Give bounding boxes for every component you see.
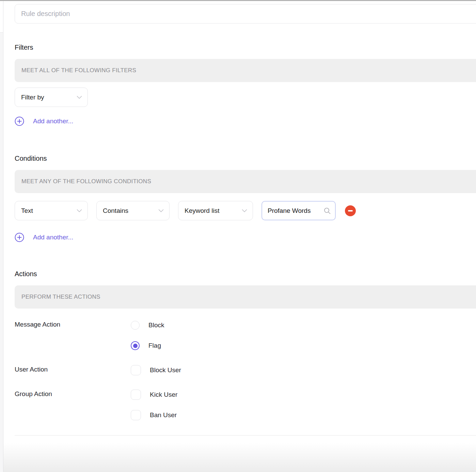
message-action-options: Block Flag: [131, 318, 164, 352]
condition-field-select[interactable]: Text: [15, 201, 88, 220]
remove-condition-button[interactable]: [345, 205, 356, 216]
filters-heading: Filters: [15, 43, 476, 51]
conditions-section-bar: MEET ANY OF THE FOLLOWING CONDITIONS: [15, 170, 476, 193]
condition-value-search-input[interactable]: Profane Words: [261, 201, 336, 220]
condition-value-text: Profane Words: [268, 207, 311, 215]
top-toolbar-edge: [0, 0, 476, 1]
filter-by-select[interactable]: Filter by: [15, 88, 88, 107]
user-action-option-block-user-label: Block User: [150, 366, 181, 374]
user-action-option-block-user[interactable]: Block User: [131, 363, 181, 377]
checkbox-unchecked-icon[interactable]: [131, 390, 141, 400]
condition-row: Text Contains Keyword list: [15, 201, 476, 220]
chevron-down-icon: [242, 209, 247, 213]
radio-dot: [133, 344, 138, 348]
group-action-row: Group Action Kick User Ban User: [15, 388, 476, 422]
actions-section-bar: PERFORM THESE ACTIONS: [15, 285, 476, 309]
group-action-option-ban-user[interactable]: Ban User: [131, 408, 177, 422]
condition-value-type-select-value: Keyword list: [185, 207, 219, 215]
conditions-heading: Conditions: [15, 154, 476, 162]
plus-circle-icon: [15, 116, 24, 126]
conditions-bar-label: MEET ANY OF THE FOLLOWING CONDITIONS: [21, 178, 151, 185]
message-action-option-flag[interactable]: Flag: [131, 339, 164, 352]
left-sidebar-lower-segment: [0, 32, 3, 472]
plus-circle-icon: [15, 233, 24, 242]
minus-icon: [348, 210, 353, 211]
message-action-row: Message Action Block Flag: [15, 318, 476, 352]
user-action-options: Block User: [131, 363, 181, 377]
user-action-row: User Action Block User: [15, 363, 476, 377]
message-action-option-block[interactable]: Block: [131, 318, 164, 332]
search-icon: [323, 207, 331, 215]
filter-by-select-value: Filter by: [21, 94, 44, 101]
actions-table: Message Action Block Flag User Action: [15, 318, 476, 422]
chevron-down-icon: [77, 209, 82, 213]
group-action-options: Kick User Ban User: [131, 388, 177, 422]
group-action-option-kick-user[interactable]: Kick User: [131, 388, 177, 402]
bottom-fade-gradient: [3, 443, 476, 472]
filters-bar-label: MEET ALL OF THE FOLLOWING FILTERS: [21, 67, 136, 74]
chevron-down-icon: [77, 96, 82, 99]
message-action-option-block-label: Block: [148, 321, 164, 329]
group-action-option-ban-user-label: Ban User: [150, 411, 177, 419]
filters-section-bar: MEET ALL OF THE FOLLOWING FILTERS: [15, 59, 476, 82]
condition-value-type-select[interactable]: Keyword list: [178, 201, 253, 220]
filter-row: Filter by: [15, 88, 476, 107]
message-action-option-flag-label: Flag: [148, 342, 161, 349]
radio-checked-icon[interactable]: [131, 341, 140, 350]
condition-operator-select-value: Contains: [103, 207, 128, 215]
left-sidebar-edge: [0, 1, 3, 472]
checkbox-unchecked-icon[interactable]: [131, 410, 141, 420]
message-action-label: Message Action: [15, 318, 131, 329]
bottom-divider: [15, 435, 476, 436]
actions-bar-label: PERFORM THESE ACTIONS: [21, 294, 100, 300]
rule-description-input[interactable]: [15, 4, 476, 23]
group-action-option-kick-user-label: Kick User: [150, 391, 177, 398]
condition-field-select-value: Text: [21, 207, 33, 215]
filters-add-another-label: Add another...: [33, 117, 73, 125]
group-action-label: Group Action: [15, 388, 131, 398]
conditions-add-another-label: Add another...: [33, 234, 73, 241]
radio-unchecked-icon[interactable]: [131, 321, 140, 330]
chevron-down-icon: [158, 209, 164, 213]
user-action-label: User Action: [15, 363, 131, 374]
filters-add-another-button[interactable]: Add another...: [15, 116, 73, 126]
conditions-add-another-button[interactable]: Add another...: [15, 233, 73, 242]
actions-heading: Actions: [15, 270, 476, 278]
condition-operator-select[interactable]: Contains: [96, 201, 170, 220]
rule-editor-panel: Filters MEET ALL OF THE FOLLOWING FILTER…: [3, 1, 476, 438]
checkbox-unchecked-icon[interactable]: [131, 365, 141, 375]
